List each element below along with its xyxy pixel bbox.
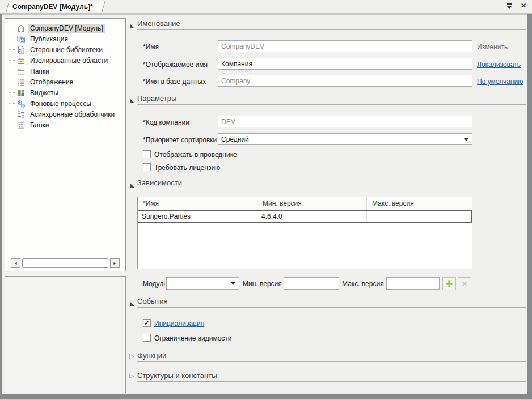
dependencies-collapse-icon[interactable] bbox=[130, 183, 134, 188]
tree-item-folders[interactable]: Папки bbox=[5, 66, 125, 76]
module-select[interactable] bbox=[166, 277, 239, 290]
max-version-label: Макс. версия bbox=[342, 280, 384, 288]
company-code-label: *Код компании bbox=[143, 118, 189, 126]
tree-item-label: Блоки bbox=[28, 121, 51, 130]
publication-icon bbox=[16, 35, 26, 44]
show-in-explorer-label: Отображать в проводнике bbox=[154, 151, 237, 159]
initialization-link[interactable]: Инициализация bbox=[154, 320, 204, 327]
parameters-section-title: Параметры bbox=[137, 94, 526, 105]
initialization-checkbox[interactable]: ✓ bbox=[143, 319, 151, 327]
structures-collapse-icon[interactable]: ▷ bbox=[129, 373, 134, 379]
column-header-min-version[interactable]: Мин. версия bbox=[257, 197, 367, 210]
tree-connector bbox=[9, 125, 15, 125]
window-border-bottom bbox=[0, 394, 532, 400]
dependencies-table-header: *Имя Мин. версия Макс. версия bbox=[138, 197, 472, 210]
tree-item-isolated-areas[interactable]: Изолированные области bbox=[5, 55, 125, 66]
display-name-label: *Отображаемое имя bbox=[143, 61, 208, 69]
tree-item-display[interactable]: Отображение bbox=[5, 76, 125, 87]
module-editor-window: CompanyDEV [Модуль]* ✕ CompanyDEV [Модул… bbox=[0, 0, 532, 400]
tab-strip-separator bbox=[0, 13, 532, 15]
document-tab[interactable]: CompanyDEV [Модуль]* bbox=[6, 1, 102, 12]
sort-priority-value: Средний bbox=[221, 135, 249, 143]
preview-empty-panel bbox=[5, 276, 126, 393]
require-license-label: Требовать лицензию bbox=[154, 164, 220, 172]
add-dependency-button[interactable]: ✚ bbox=[442, 277, 456, 290]
dependencies-table: *Имя Мин. версия Макс. версия Sungero.Pa… bbox=[137, 197, 472, 269]
visibility-restriction-checkbox[interactable] bbox=[143, 334, 151, 342]
change-link[interactable]: Изменить bbox=[477, 43, 508, 51]
column-header-name[interactable]: *Имя bbox=[138, 197, 257, 210]
table-row[interactable]: Sungero.Parties 4.6.4.0 bbox=[138, 210, 472, 223]
tree-item-label: Публикация bbox=[28, 35, 70, 44]
tab-title: CompanyDEV [Модуль]* bbox=[12, 3, 93, 11]
tree-connector bbox=[9, 82, 15, 82]
sort-priority-select[interactable]: Средний bbox=[218, 133, 472, 145]
cell-min-version: 4.6.4.0 bbox=[257, 210, 367, 223]
functions-collapse-icon[interactable]: ▷ bbox=[129, 353, 134, 359]
window-border-right bbox=[527, 14, 532, 400]
naming-collapse-icon[interactable] bbox=[130, 24, 134, 28]
plus-icon: ✚ bbox=[446, 279, 453, 288]
cell-name: Sungero.Parties bbox=[138, 210, 257, 223]
structures-section-title: Структуры и константы bbox=[137, 371, 526, 382]
tree-item-background-processes[interactable]: Фоновые процессы bbox=[5, 98, 125, 109]
tree-item-label: Папки bbox=[28, 67, 51, 76]
db-name-label: *Имя в базе данных bbox=[143, 78, 206, 86]
chevron-down-icon bbox=[464, 138, 468, 141]
events-collapse-icon[interactable] bbox=[130, 301, 134, 306]
tree-item-label: Фоновые процессы bbox=[28, 99, 93, 108]
max-version-input[interactable] bbox=[386, 277, 440, 290]
remove-dependency-button[interactable]: ✕ bbox=[458, 277, 471, 290]
show-in-explorer-checkbox[interactable] bbox=[143, 150, 151, 158]
min-version-input[interactable] bbox=[284, 277, 339, 290]
widgets-icon bbox=[16, 88, 26, 97]
tree-item-async-handlers[interactable]: Асинхронные обработчики bbox=[5, 109, 125, 120]
close-icon[interactable]: ✕ bbox=[521, 2, 526, 10]
require-license-checkbox[interactable] bbox=[143, 163, 151, 171]
events-section-title: События bbox=[137, 297, 526, 308]
parameters-collapse-icon[interactable] bbox=[130, 99, 134, 103]
menu-triangle-glyph bbox=[507, 6, 512, 9]
chevron-down-icon bbox=[231, 282, 235, 285]
tree-item-label: Изолированные области bbox=[28, 56, 109, 65]
scroll-left-icon[interactable]: ◄ bbox=[11, 258, 20, 268]
tree-item-label: Виджеты bbox=[28, 88, 60, 97]
db-name-input[interactable] bbox=[218, 75, 472, 87]
display-list-icon bbox=[16, 78, 26, 87]
default-link[interactable]: По умолчанию bbox=[477, 78, 523, 86]
delete-cross-icon: ✕ bbox=[461, 279, 468, 288]
folders-icon bbox=[16, 67, 26, 76]
localize-link[interactable]: Локализовать bbox=[477, 61, 521, 69]
tree-horizontal-scrollbar: ◄ ► bbox=[11, 258, 120, 268]
display-name-input[interactable] bbox=[218, 58, 472, 70]
tree-connector bbox=[9, 92, 15, 93]
tree-item-module-root[interactable]: CompanyDEV [Модуль] bbox=[5, 23, 125, 33]
blocks-icon bbox=[16, 121, 26, 130]
isolated-areas-icon bbox=[16, 56, 26, 65]
tree-item-label: Отображение bbox=[28, 78, 75, 87]
name-label: *Имя bbox=[143, 43, 159, 51]
company-code-input[interactable] bbox=[218, 116, 472, 127]
sort-priority-label: *Приоритет сортировки bbox=[143, 136, 217, 144]
naming-section-title: Именование bbox=[137, 19, 526, 30]
name-input[interactable] bbox=[218, 40, 472, 52]
checkmark-icon: ✓ bbox=[144, 319, 150, 327]
tree-item-blocks[interactable]: Блоки bbox=[5, 120, 125, 130]
tree-item-publication[interactable]: Публикация bbox=[5, 33, 125, 44]
tree-item-label: Сторонние библиотеки bbox=[28, 45, 104, 54]
tree-connector bbox=[9, 114, 15, 114]
third-party-libraries-icon bbox=[16, 45, 26, 54]
tree-connector bbox=[9, 60, 15, 61]
scroll-right-icon[interactable]: ► bbox=[110, 258, 120, 268]
tree-item-widgets[interactable]: Виджеты bbox=[5, 87, 125, 98]
module-label: Модуль bbox=[143, 280, 167, 288]
tree-item-label: Асинхронные обработчики bbox=[28, 110, 116, 119]
tree-item-third-party-libraries[interactable]: Сторонние библиотеки bbox=[5, 44, 125, 55]
tree-connector bbox=[9, 71, 15, 71]
column-header-max-version[interactable]: Макс. версия bbox=[367, 197, 472, 210]
tree-connector bbox=[9, 49, 15, 50]
home-icon bbox=[16, 24, 26, 33]
window-menu-icon[interactable] bbox=[506, 3, 513, 10]
scrollbar-track[interactable] bbox=[22, 258, 108, 268]
tree-item-label: CompanyDEV [Модуль] bbox=[28, 24, 105, 33]
